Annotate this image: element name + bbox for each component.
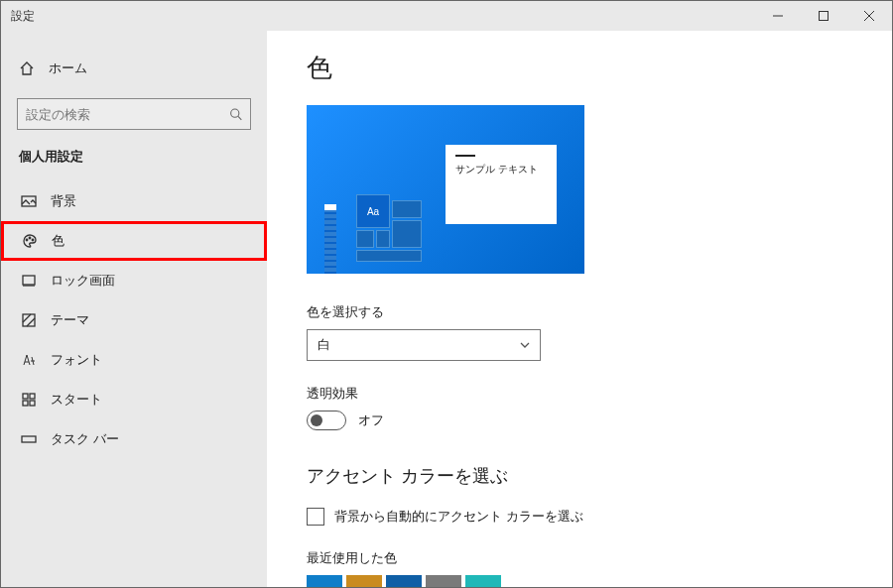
svg-rect-9	[30, 394, 35, 399]
svg-rect-6	[23, 276, 35, 285]
sidebar: ホーム 個人用設定 背景 色 ロック画面 テーマ	[1, 31, 267, 587]
transparency-state: オフ	[358, 412, 384, 429]
home-link[interactable]: ホーム	[1, 49, 267, 88]
svg-rect-8	[23, 394, 28, 399]
color-swatch[interactable]	[346, 575, 382, 587]
nav: 背景 色 ロック画面 テーマ フォント スタート	[1, 181, 267, 459]
svg-rect-11	[30, 401, 35, 406]
theme-icon	[21, 312, 37, 328]
sidebar-item-label: フォント	[51, 351, 102, 369]
auto-accent-row[interactable]: 背景から自動的にアクセント カラーを選ぶ	[307, 508, 852, 526]
color-swatch[interactable]	[307, 575, 342, 587]
sidebar-item-label: スタート	[51, 391, 102, 409]
lockscreen-icon	[21, 273, 37, 289]
svg-point-4	[29, 237, 31, 239]
search-icon	[229, 107, 242, 121]
auto-accent-label: 背景から自動的にアクセント カラーを選ぶ	[334, 508, 583, 526]
svg-point-5	[32, 239, 34, 241]
choose-color-label: 色を選択する	[307, 303, 852, 321]
sidebar-item-label: テーマ	[51, 311, 89, 329]
sidebar-item-fonts[interactable]: フォント	[1, 340, 267, 380]
sidebar-item-label: 色	[52, 232, 64, 250]
picture-icon	[21, 193, 37, 209]
color-preview: サンプル テキスト Aa	[307, 105, 584, 274]
sidebar-section-label: 個人用設定	[1, 148, 267, 181]
svg-rect-10	[23, 401, 28, 406]
start-icon	[21, 392, 37, 408]
maximize-button[interactable]	[801, 1, 846, 31]
page-title: 色	[307, 51, 852, 85]
preview-window: サンプル テキスト	[446, 145, 557, 224]
close-button[interactable]	[846, 1, 892, 31]
titlebar: 設定	[1, 1, 892, 31]
accent-heading: アクセント カラーを選ぶ	[307, 464, 852, 488]
font-icon	[21, 352, 37, 368]
search-input[interactable]	[26, 107, 229, 122]
window-controls	[755, 1, 892, 31]
svg-point-1	[230, 109, 238, 117]
sidebar-item-taskbar[interactable]: タスク バー	[1, 419, 267, 459]
sidebar-item-lockscreen[interactable]: ロック画面	[1, 261, 267, 300]
transparency-label: 透明効果	[307, 385, 852, 403]
choose-color-dropdown[interactable]: 白	[307, 329, 541, 361]
sidebar-item-label: タスク バー	[51, 430, 119, 448]
svg-rect-12	[22, 436, 36, 442]
svg-point-3	[26, 239, 28, 241]
preview-tiles: Aa	[356, 194, 426, 274]
sidebar-item-label: ロック画面	[51, 272, 115, 290]
minimize-button[interactable]	[755, 1, 801, 31]
preview-tile-aa: Aa	[356, 194, 390, 228]
auto-accent-checkbox[interactable]	[307, 508, 324, 526]
search-input-wrapper[interactable]	[17, 98, 251, 130]
sidebar-item-themes[interactable]: テーマ	[1, 300, 267, 340]
sidebar-item-background[interactable]: 背景	[1, 181, 267, 221]
sidebar-item-label: 背景	[51, 192, 76, 210]
transparency-toggle[interactable]	[307, 411, 346, 430]
main-content: 色 サンプル テキスト Aa 色を選択する 白 透明効果 オフ アクセント カラ…	[267, 31, 892, 587]
home-label: ホーム	[49, 59, 87, 77]
choose-color-value: 白	[318, 336, 330, 354]
window-title: 設定	[11, 8, 35, 25]
sidebar-item-start[interactable]: スタート	[1, 380, 267, 419]
color-swatch[interactable]	[386, 575, 422, 587]
color-swatch[interactable]	[465, 575, 501, 587]
recent-colors	[307, 575, 852, 587]
svg-rect-0	[820, 12, 829, 21]
preview-sample-text: サンプル テキスト	[455, 164, 538, 175]
chevron-down-icon	[520, 340, 530, 350]
sidebar-item-colors[interactable]: 色	[1, 221, 267, 261]
recent-colors-label: 最近使用した色	[307, 549, 852, 567]
home-icon	[19, 60, 35, 76]
color-swatch[interactable]	[426, 575, 461, 587]
taskbar-icon	[21, 431, 37, 447]
palette-icon	[22, 233, 38, 249]
